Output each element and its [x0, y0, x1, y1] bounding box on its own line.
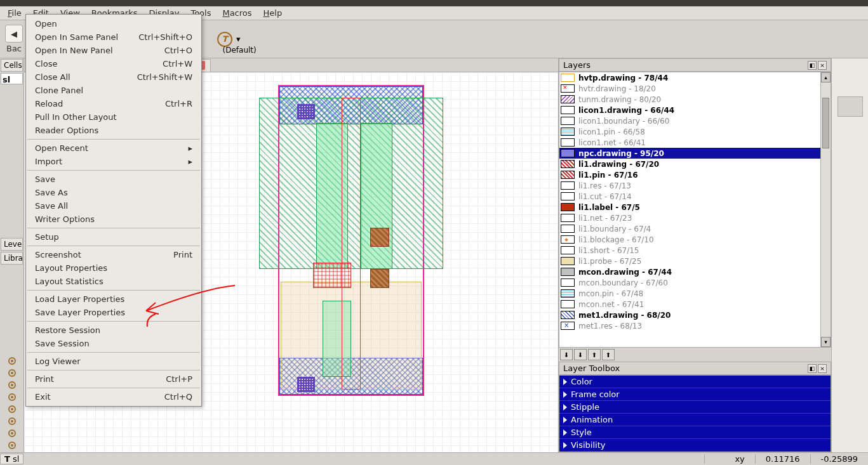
- menu-item-writer-options[interactable]: Writer Options: [26, 213, 201, 226]
- layer-row[interactable]: li1.label - 67/5: [559, 202, 831, 213]
- menu-item-save[interactable]: Save: [26, 173, 201, 186]
- menu-item-reload[interactable]: ReloadCtrl+R: [26, 97, 201, 110]
- layer-row[interactable]: mcon.pin - 67/48: [559, 288, 831, 299]
- layer-row[interactable]: met1.drawing - 68/20: [559, 310, 831, 320]
- expand-icon: [563, 379, 567, 385]
- layer-row[interactable]: mcon.boundary - 67/60: [559, 277, 831, 288]
- layer-row[interactable]: li1.short - 67/15: [559, 245, 831, 256]
- scroll-up-icon[interactable]: ▴: [821, 72, 831, 82]
- t-icon[interactable]: T: [217, 32, 232, 47]
- layer-swatch: [561, 214, 575, 222]
- menu-item-setup[interactable]: Setup: [26, 230, 201, 244]
- menu-item-clone-panel[interactable]: Clone Panel: [26, 84, 201, 97]
- levels-tab[interactable]: Leve: [1, 238, 23, 251]
- layer-row[interactable]: licon1.net - 66/41: [559, 137, 831, 148]
- menu-item-save-layer-properties[interactable]: Save Layer Properties: [26, 306, 201, 319]
- menu-item-reader-options[interactable]: Reader Options: [26, 124, 201, 137]
- layer-row[interactable]: mcon.drawing - 67/44: [559, 266, 831, 277]
- scroll-down-icon[interactable]: ▾: [821, 337, 831, 347]
- toolbox-style[interactable]: Style: [559, 426, 831, 439]
- palette-square[interactable]: [838, 96, 863, 117]
- layer-name: li1.cut - 67/14: [578, 192, 632, 201]
- scroll-thumb[interactable]: [822, 98, 829, 148]
- layer-row[interactable]: licon1.pin - 66/58: [559, 126, 831, 137]
- scrollbar[interactable]: ▴ ▾: [820, 72, 831, 347]
- toolbox-stipple[interactable]: Stipple: [559, 401, 831, 414]
- menu-item-close-all[interactable]: Close AllCtrl+Shift+W: [26, 70, 201, 84]
- menu-item-exit[interactable]: ExitCtrl+Q: [26, 390, 201, 403]
- gear-icon[interactable]: [7, 428, 17, 438]
- libraries-tab[interactable]: Libra: [1, 252, 23, 265]
- gear-icon[interactable]: [7, 392, 17, 402]
- layer-name: met1.res - 68/13: [578, 322, 642, 331]
- svg-point-3: [11, 372, 13, 374]
- menu-help[interactable]: Help: [258, 7, 288, 19]
- menu-item-import[interactable]: Import▸: [26, 155, 201, 168]
- menu-item-screenshot[interactable]: ScreenshotPrint: [26, 248, 201, 261]
- layer-name: mcon.drawing - 67/44: [578, 268, 672, 277]
- layer-name: mcon.net - 67/41: [578, 300, 644, 309]
- svg-point-9: [11, 408, 13, 410]
- menu-item-save-all[interactable]: Save All: [26, 199, 201, 213]
- layer-row[interactable]: mcon.net - 67/41: [559, 299, 831, 310]
- menu-item-open-recent[interactable]: Open Recent▸: [26, 141, 201, 155]
- menu-item-load-layer-properties[interactable]: Load Layer Properties: [26, 292, 201, 306]
- gear-icon[interactable]: [7, 404, 17, 414]
- cells-tab[interactable]: Cells: [1, 59, 23, 72]
- close-icon[interactable]: ×: [818, 364, 827, 373]
- layer-list[interactable]: hvtp.drawing - 78/44hvtr.drawing - 18/20…: [559, 72, 831, 348]
- menu-macros[interactable]: Macros: [217, 7, 257, 19]
- sort-down-icon[interactable]: ⬇: [560, 349, 573, 360]
- gear-icon[interactable]: [7, 440, 17, 450]
- menu-item-close[interactable]: CloseCtrl+W: [26, 57, 201, 70]
- menu-item-save-as[interactable]: Save As: [26, 186, 201, 199]
- menu-item-print[interactable]: PrintCtrl+P: [26, 372, 201, 386]
- layer-row[interactable]: li1.probe - 67/25: [559, 256, 831, 266]
- menu-file[interactable]: FFileile: [3, 7, 27, 19]
- toolbox-animation[interactable]: Animation: [559, 414, 831, 426]
- layer-row[interactable]: tunm.drawing - 80/20: [559, 94, 831, 105]
- back-button[interactable]: ◀ Bac: [5, 25, 23, 53]
- layer-swatch: [561, 192, 575, 200]
- sort-up-icon[interactable]: ⬆: [588, 349, 601, 360]
- gear-icon[interactable]: [7, 356, 17, 366]
- layer-row[interactable]: li1.boundary - 67/4: [559, 223, 831, 234]
- layer-row[interactable]: npc.drawing - 95/20: [559, 148, 831, 159]
- gear-icon[interactable]: [7, 416, 17, 426]
- layer-row[interactable]: licon1.drawing - 66/44: [559, 105, 831, 115]
- menu-item-open-in-new-panel[interactable]: Open In New PanelCtrl+O: [26, 44, 201, 57]
- gear-icon[interactable]: [7, 368, 17, 378]
- layer-row[interactable]: li1.drawing - 67/20: [559, 159, 831, 169]
- layer-row[interactable]: licon1.boundary - 66/60: [559, 115, 831, 126]
- menu-item-restore-session[interactable]: Restore Session: [26, 324, 201, 337]
- toolbox-frame-color[interactable]: Frame color: [559, 388, 831, 401]
- sk-field[interactable]: sl: [1, 73, 23, 84]
- toolbox-color[interactable]: Color: [559, 376, 831, 388]
- menu-item-pull-in-other-layout[interactable]: Pull In Other Layout: [26, 110, 201, 124]
- layer-row[interactable]: hvtr.drawing - 18/20: [559, 83, 831, 94]
- sort-up2-icon[interactable]: ⬆: [602, 349, 615, 360]
- layer-row[interactable]: li1.cut - 67/14: [559, 191, 831, 202]
- file-menu-dropdown: OpenOpen In Same PanelCtrl+Shift+OOpen I…: [25, 14, 202, 407]
- menu-item-layout-statistics[interactable]: Layout Statistics: [26, 275, 201, 288]
- sort-down2-icon[interactable]: ⬇: [574, 349, 587, 360]
- dropdown-arrow-icon[interactable]: ▾: [236, 34, 241, 44]
- undock-icon[interactable]: ◧: [808, 61, 817, 70]
- close-icon[interactable]: ×: [818, 61, 827, 70]
- gear-icon[interactable]: [7, 380, 17, 390]
- layer-row[interactable]: li1.pin - 67/16: [559, 169, 831, 180]
- layer-row[interactable]: li1.res - 67/13: [559, 180, 831, 191]
- layer-row[interactable]: met1.res - 68/13: [559, 320, 831, 331]
- menu-item-open[interactable]: Open: [26, 17, 201, 30]
- menu-item-log-viewer[interactable]: Log Viewer: [26, 355, 201, 368]
- layer-row[interactable]: hvtp.drawing - 78/44: [559, 72, 831, 83]
- undock-icon[interactable]: ◧: [808, 364, 817, 373]
- left-sidebar: Cells sl Leve Libra: [0, 58, 24, 452]
- layer-name: licon1.drawing - 66/44: [578, 106, 674, 115]
- layer-row[interactable]: li1.blockage - 67/10: [559, 234, 831, 245]
- layer-row[interactable]: li1.net - 67/23: [559, 213, 831, 223]
- menu-item-save-session[interactable]: Save Session: [26, 337, 201, 350]
- menu-item-layout-properties[interactable]: Layout Properties: [26, 261, 201, 275]
- menu-item-open-in-same-panel[interactable]: Open In Same PanelCtrl+Shift+O: [26, 30, 201, 44]
- toolbox-visibility[interactable]: Visibility: [559, 439, 831, 452]
